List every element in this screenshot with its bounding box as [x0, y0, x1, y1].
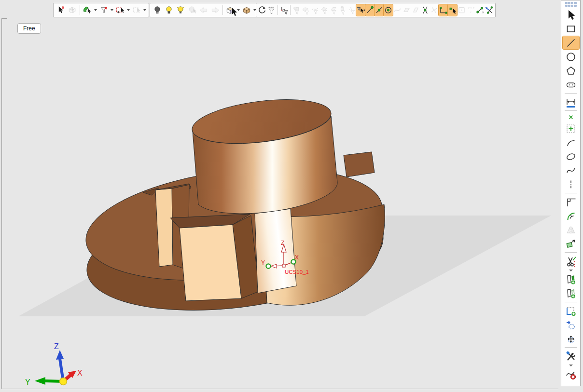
rectangle-tool-button[interactable]	[563, 22, 579, 35]
snap-corner-button[interactable]	[439, 4, 448, 16]
snap-pick-button[interactable]	[356, 4, 365, 16]
snap-freepoint-button[interactable]	[448, 4, 457, 16]
filter-hole-icon	[338, 5, 347, 15]
snap-grid-button[interactable]	[457, 4, 466, 16]
snap-center-icon	[384, 5, 393, 15]
transform-tool-button[interactable]	[563, 237, 579, 250]
filter-solids-button[interactable]	[292, 4, 301, 16]
ucs-filter-button[interactable]	[279, 4, 289, 16]
polygon-icon	[565, 65, 577, 77]
snap-xyz-button[interactable]: X Y Zx	[466, 4, 475, 16]
box-cursor-icon	[68, 5, 77, 15]
arc-icon	[565, 137, 577, 149]
delete-curve-button[interactable]	[563, 368, 579, 381]
window-select-add-button[interactable]	[114, 4, 126, 16]
clear-filter-button[interactable]	[98, 4, 110, 16]
viewport-3d[interactable]: Z X Y UCS10_1 Z Y X	[0, 0, 583, 392]
filter-curves-button[interactable]	[310, 4, 319, 16]
filter-holes-button[interactable]	[338, 4, 347, 16]
snap-midpoint-button[interactable]	[375, 4, 384, 16]
arrow-right-icon	[210, 5, 220, 15]
snap-midpoint-icon	[375, 5, 384, 15]
filter-add-button[interactable]	[267, 4, 276, 16]
snap-center-button[interactable]	[384, 4, 393, 16]
trim-tool-button[interactable]	[563, 255, 579, 268]
filter-text-button[interactable]: A	[347, 4, 356, 16]
clear-selection-button[interactable]	[55, 4, 67, 16]
mirror-icon	[565, 224, 577, 236]
light-off-button[interactable]	[152, 4, 163, 16]
render-mode-button[interactable]	[241, 4, 252, 16]
view-forward-button[interactable]	[209, 4, 221, 16]
filter-faces-button[interactable]	[319, 4, 329, 16]
separator	[278, 5, 278, 15]
offset-contour-button[interactable]	[563, 273, 579, 286]
filter-face-icon	[319, 5, 329, 15]
copy-contour-button[interactable]	[563, 287, 579, 300]
separator	[80, 5, 80, 15]
shaded-cube-icon	[242, 5, 251, 15]
light-pick-button[interactable]	[186, 4, 198, 16]
select-tool-button[interactable]	[563, 8, 579, 21]
clear-filter-button-dropdown[interactable]	[110, 4, 114, 16]
snap-plane-icon	[402, 5, 411, 15]
line-tool-button[interactable]	[563, 36, 579, 49]
contour-move-button[interactable]	[563, 318, 579, 331]
light-on-button[interactable]	[163, 4, 175, 16]
rotate-view-button[interactable]	[258, 4, 267, 16]
separator	[290, 5, 291, 15]
circle-tool-button[interactable]	[563, 50, 579, 63]
contour-edit-button[interactable]	[563, 332, 579, 345]
snaps-filters-toolbar: AX Y Zx	[256, 3, 496, 17]
line-icon	[565, 37, 577, 49]
region-add-icon	[565, 305, 577, 317]
corner-tool-button[interactable]	[563, 195, 579, 208]
split-curve-button[interactable]	[485, 4, 494, 16]
box-select-button[interactable]	[67, 4, 78, 16]
window-select-button-dropdown[interactable]	[142, 4, 147, 16]
snap-edge-button[interactable]	[411, 4, 420, 16]
snap-endpoint-button[interactable]	[365, 4, 375, 16]
tools-settings-button[interactable]	[563, 350, 579, 363]
snap-tangent-button[interactable]	[430, 4, 439, 16]
window-select-button[interactable]	[131, 4, 142, 16]
trim-more-button[interactable]	[565, 268, 577, 272]
ucs-y-label: Y	[261, 259, 265, 266]
ellipse-icon	[565, 151, 577, 162]
point-marker-button[interactable]	[563, 113, 579, 121]
filter-planes-button[interactable]	[329, 4, 338, 16]
fillet-icon	[565, 210, 577, 222]
separator	[565, 193, 577, 193]
point-tool-button[interactable]	[563, 122, 579, 135]
ellipse-tool-button[interactable]	[563, 150, 579, 163]
snap-intersection-button[interactable]	[420, 4, 430, 16]
ucs-funnel-icon	[279, 5, 289, 15]
polygon-tool-button[interactable]	[563, 64, 579, 77]
centerline-tool-button[interactable]	[563, 178, 579, 191]
snap-curve-icon	[393, 5, 402, 15]
fillet-tool-button[interactable]	[563, 209, 579, 222]
select-visible-button[interactable]	[82, 4, 93, 16]
dimension-tool-button[interactable]	[563, 95, 579, 108]
snap-xyz-icon: X Y Zx	[466, 5, 475, 15]
snap-face-button[interactable]	[402, 4, 411, 16]
headlight-button[interactable]	[175, 4, 186, 16]
slot-icon	[565, 79, 577, 91]
viewport-border-bottom	[1, 389, 558, 389]
contour-move-icon	[565, 319, 577, 331]
window-select-add-button-dropdown[interactable]	[126, 4, 131, 16]
measure-points-button[interactable]	[475, 4, 485, 16]
slot-tool-button[interactable]	[563, 78, 579, 91]
spline-tool-button[interactable]	[563, 164, 579, 177]
select-visible-button-dropdown[interactable]	[93, 4, 98, 16]
filter-surfaces-button[interactable]	[301, 4, 310, 16]
arc-tool-button[interactable]	[563, 136, 579, 149]
sidebar-grip[interactable]	[565, 2, 577, 7]
snap-curve-button[interactable]	[393, 4, 402, 16]
mirror-tool-button[interactable]	[563, 223, 579, 236]
part-flat-face	[255, 209, 296, 293]
free-view-button[interactable]: Free	[17, 23, 41, 34]
view-back-button[interactable]	[198, 4, 209, 16]
region-add-button[interactable]	[563, 304, 579, 317]
tools-more-button[interactable]	[565, 363, 577, 367]
